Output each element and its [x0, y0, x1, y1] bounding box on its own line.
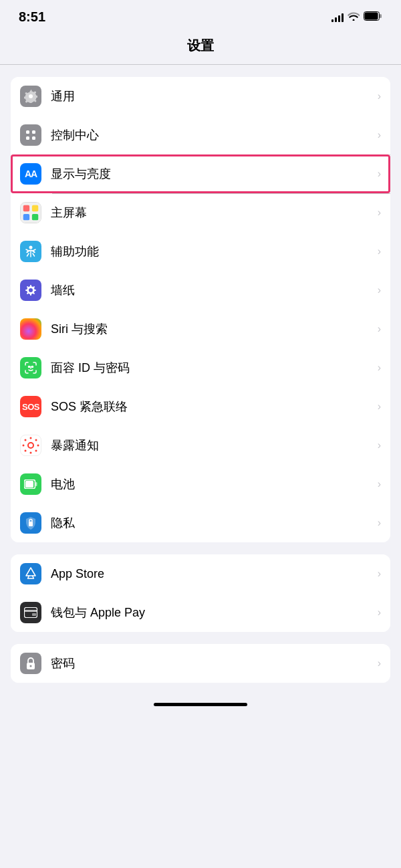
settings-row-siri[interactable]: Siri 与搜索 ›: [11, 310, 390, 348]
sos-chevron: ›: [378, 401, 381, 413]
exposure-chevron: ›: [378, 439, 381, 451]
settings-row-exposure[interactable]: 暴露通知 ›: [11, 426, 390, 465]
svg-rect-26: [25, 481, 33, 487]
svg-rect-1: [365, 12, 378, 19]
sos-icon: SOS: [20, 396, 41, 417]
general-label: 通用: [51, 88, 375, 104]
faceid-label: 面容 ID 与密码: [51, 360, 375, 376]
siri-label: Siri 与搜索: [51, 321, 375, 337]
privacy-chevron: ›: [378, 517, 381, 529]
general-icon: [20, 86, 41, 107]
settings-group-1: 通用 › 控制中心 › AA 显示与亮度 ›: [11, 77, 390, 542]
general-chevron: ›: [378, 90, 381, 102]
svg-rect-29: [25, 608, 37, 618]
battery-chevron: ›: [378, 478, 381, 490]
svg-point-24: [25, 450, 27, 452]
page-title: 设置: [0, 30, 401, 64]
accessibility-icon: [20, 241, 41, 262]
wallpaper-label: 墙纸: [51, 282, 375, 298]
svg-rect-12: [32, 214, 38, 220]
appstore-chevron: ›: [378, 568, 381, 580]
settings-row-accessibility[interactable]: 辅助功能 ›: [11, 232, 390, 271]
exposure-icon: [20, 435, 41, 456]
svg-rect-10: [32, 205, 38, 211]
svg-rect-7: [32, 136, 35, 140]
wifi-icon: [348, 11, 360, 23]
svg-rect-5: [32, 130, 35, 134]
wallet-label: 钱包与 Apple Pay: [51, 605, 375, 621]
home-indicator: [154, 703, 247, 706]
accessibility-label: 辅助功能: [51, 243, 375, 259]
accessibility-chevron: ›: [378, 245, 381, 257]
siri-chevron: ›: [378, 323, 381, 335]
svg-point-19: [23, 445, 25, 447]
settings-group-2: App Store › 钱包与 Apple Pay ›: [11, 554, 390, 632]
settings-row-sos[interactable]: SOS SOS 紧急联络 ›: [11, 387, 390, 426]
wallpaper-icon: [20, 280, 41, 301]
display-label: 显示与亮度: [51, 166, 375, 182]
control-label: 控制中心: [51, 127, 375, 143]
svg-point-17: [30, 437, 32, 439]
settings-group-3: 密码 ›: [11, 644, 390, 683]
svg-point-16: [28, 443, 33, 448]
battery-row-icon: [20, 473, 41, 495]
battery-label: 电池: [51, 476, 375, 492]
settings-row-privacy[interactable]: 隐私 ›: [11, 504, 390, 542]
svg-point-13: [29, 246, 33, 249]
svg-point-21: [25, 439, 27, 441]
sos-label: SOS 紧急联络: [51, 399, 375, 415]
wallet-icon: [20, 602, 41, 623]
svg-rect-11: [23, 214, 29, 220]
settings-row-homescreen[interactable]: 主屏幕 ›: [11, 193, 390, 232]
svg-point-18: [30, 452, 32, 454]
display-chevron: ›: [378, 168, 381, 180]
settings-row-wallpaper[interactable]: 墙纸 ›: [11, 271, 390, 310]
status-icons: [331, 11, 382, 23]
settings-row-battery[interactable]: 电池 ›: [11, 465, 390, 504]
homescreen-label: 主屏幕: [51, 205, 375, 221]
svg-rect-30: [24, 610, 37, 612]
settings-row-password[interactable]: 密码 ›: [11, 644, 390, 683]
wallpaper-chevron: ›: [378, 284, 381, 296]
svg-rect-28: [29, 522, 33, 526]
homescreen-chevron: ›: [378, 207, 381, 219]
settings-row-general[interactable]: 通用 ›: [11, 77, 390, 116]
svg-point-23: [35, 439, 37, 441]
svg-rect-27: [35, 482, 37, 486]
faceid-icon: [20, 357, 41, 378]
svg-point-33: [30, 665, 32, 667]
signal-icon: [331, 13, 344, 22]
status-bar: 8:51: [0, 0, 401, 30]
svg-rect-4: [26, 130, 29, 134]
homescreen-icon: [20, 202, 41, 223]
control-chevron: ›: [378, 129, 381, 141]
password-icon: [20, 653, 41, 674]
battery-icon: [364, 11, 382, 23]
settings-row-faceid[interactable]: 面容 ID 与密码 ›: [11, 348, 390, 387]
exposure-label: 暴露通知: [51, 437, 375, 453]
svg-point-14: [29, 366, 30, 368]
svg-rect-31: [32, 613, 36, 616]
svg-rect-2: [380, 14, 382, 18]
settings-row-wallet[interactable]: 钱包与 Apple Pay ›: [11, 593, 390, 632]
control-icon: [20, 124, 41, 146]
privacy-label: 隐私: [51, 515, 375, 531]
privacy-icon: [20, 512, 41, 534]
settings-row-control[interactable]: 控制中心 ›: [11, 116, 390, 154]
display-icon: AA: [20, 163, 41, 185]
siri-icon: [20, 318, 41, 340]
svg-rect-9: [23, 205, 29, 211]
settings-row-display[interactable]: AA 显示与亮度 ›: [11, 154, 390, 193]
appstore-label: App Store: [51, 567, 375, 581]
password-label: 密码: [51, 655, 375, 671]
svg-point-15: [32, 366, 33, 368]
svg-point-22: [35, 450, 37, 452]
svg-point-20: [37, 445, 39, 447]
wallet-chevron: ›: [378, 607, 381, 619]
status-time: 8:51: [19, 9, 45, 25]
appstore-icon: [20, 563, 41, 584]
faceid-chevron: ›: [378, 362, 381, 374]
settings-row-appstore[interactable]: App Store ›: [11, 554, 390, 593]
svg-rect-6: [26, 136, 29, 140]
password-chevron: ›: [378, 657, 381, 669]
